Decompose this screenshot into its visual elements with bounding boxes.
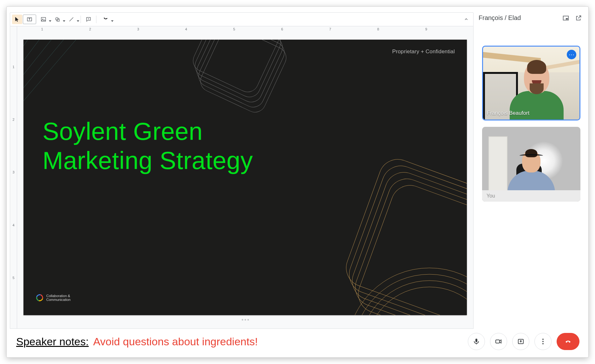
end-call-button[interactable] bbox=[557, 333, 579, 350]
ruler-mark: 5 bbox=[233, 26, 235, 33]
svg-rect-13 bbox=[350, 173, 467, 315]
svg-rect-10 bbox=[341, 154, 467, 315]
ruler-row: 123456789 bbox=[10, 26, 474, 33]
upper-area: 123456789 12345 bbox=[10, 12, 585, 329]
speaker-notes-drag-handle[interactable] bbox=[242, 317, 249, 322]
chevron-down-icon bbox=[77, 20, 79, 22]
mic-button[interactable] bbox=[468, 333, 485, 350]
video-tiles: ⋯ François Beaufort You bbox=[477, 44, 585, 329]
speaker-notes-text: Avoid questions about ingredients! bbox=[93, 335, 258, 348]
ruler-mark: 4 bbox=[185, 26, 187, 33]
vertical-ruler[interactable]: 12345 bbox=[10, 33, 17, 328]
svg-point-17 bbox=[360, 281, 467, 315]
collapse-toolbar-button[interactable] bbox=[461, 15, 471, 24]
pip-icon[interactable] bbox=[562, 15, 569, 22]
popout-icon[interactable] bbox=[575, 15, 582, 22]
ruler-mark: 2 bbox=[89, 26, 91, 33]
ruler-mark: 1 bbox=[10, 65, 17, 69]
toolbar-divider bbox=[96, 16, 96, 23]
select-tool[interactable] bbox=[12, 15, 22, 24]
svg-rect-6 bbox=[192, 40, 284, 101]
editor-column: 123456789 12345 bbox=[10, 12, 474, 329]
ruler-mark: 9 bbox=[425, 26, 427, 33]
svg-point-25 bbox=[542, 343, 544, 344]
participant-tile[interactable]: You bbox=[482, 127, 580, 202]
participant-name: You bbox=[482, 190, 580, 202]
mask-tool[interactable] bbox=[99, 15, 112, 24]
brand-ring-icon bbox=[36, 294, 43, 301]
footer-line1: Collaboration & bbox=[46, 294, 70, 298]
svg-rect-7 bbox=[193, 40, 286, 106]
textbox-tool[interactable] bbox=[23, 15, 36, 24]
app-frame: 123456789 12345 bbox=[6, 6, 589, 358]
ruler-mark: 4 bbox=[10, 223, 17, 227]
svg-rect-14 bbox=[353, 180, 467, 315]
speaker-notes-label: Speaker notes: bbox=[16, 335, 89, 348]
svg-point-24 bbox=[542, 341, 544, 342]
slide-canvas[interactable]: Proprietary + Confidential Soylent Green… bbox=[23, 40, 467, 315]
bottom-bar: Speaker notes: Avoid questions about ing… bbox=[10, 329, 585, 354]
ruler-mark: 6 bbox=[281, 26, 283, 33]
video-feed-placeholder bbox=[483, 47, 579, 120]
ruler-mark: 8 bbox=[377, 26, 379, 33]
participant-name: François Beaufort bbox=[487, 110, 529, 116]
participant-tile[interactable]: ⋯ François Beaufort bbox=[482, 46, 580, 120]
present-button[interactable] bbox=[512, 333, 529, 350]
svg-rect-9 bbox=[197, 40, 290, 116]
camera-button[interactable] bbox=[490, 333, 507, 350]
ruler-mark: 5 bbox=[10, 276, 17, 280]
footer-line2: Communication bbox=[46, 298, 70, 302]
slide-footer-brand: Collaboration & Communication bbox=[36, 294, 70, 302]
slide-title-line1: Soylent Green bbox=[43, 117, 253, 146]
slide-canvas-wrap: Proprietary + Confidential Soylent Green… bbox=[17, 33, 473, 328]
more-options-icon[interactable]: ⋯ bbox=[567, 50, 576, 59]
svg-point-16 bbox=[353, 274, 467, 315]
svg-rect-20 bbox=[566, 18, 568, 20]
side-panel-title: François / Elad bbox=[479, 14, 521, 22]
chevron-down-icon bbox=[111, 20, 114, 22]
horizontal-ruler[interactable]: 123456789 bbox=[17, 26, 473, 33]
meet-side-panel: François / Elad bbox=[477, 12, 585, 329]
svg-point-18 bbox=[366, 287, 467, 315]
svg-point-23 bbox=[542, 339, 544, 340]
svg-rect-12 bbox=[347, 167, 467, 315]
speaker-notes-area[interactable]: Speaker notes: Avoid questions about ing… bbox=[10, 335, 468, 348]
ruler-mark: 3 bbox=[10, 170, 17, 174]
ruler-mark: 7 bbox=[329, 26, 331, 33]
svg-rect-21 bbox=[496, 340, 500, 343]
slide-title[interactable]: Soylent Green Marketing Strategy bbox=[43, 117, 253, 175]
slides-toolbar bbox=[10, 12, 474, 26]
svg-rect-5 bbox=[190, 40, 282, 95]
comment-tool[interactable] bbox=[83, 15, 94, 24]
image-tool[interactable] bbox=[37, 15, 50, 24]
more-button[interactable] bbox=[534, 333, 552, 350]
side-panel-header: François / Elad bbox=[477, 12, 585, 25]
svg-rect-11 bbox=[344, 160, 467, 315]
shape-tool[interactable] bbox=[51, 15, 64, 24]
ruler-mark: 3 bbox=[137, 26, 139, 33]
ruler-mark: 1 bbox=[41, 26, 43, 33]
slide-decoration bbox=[23, 40, 467, 315]
ruler-mark: 2 bbox=[10, 118, 17, 121]
editor-body: 12345 bbox=[10, 33, 474, 329]
meet-controls bbox=[468, 333, 585, 350]
line-tool[interactable] bbox=[65, 15, 78, 24]
slide-title-line2: Marketing Strategy bbox=[43, 146, 253, 175]
confidential-label: Proprietary + Confidential bbox=[392, 49, 455, 55]
ruler-corner bbox=[10, 26, 17, 33]
toolbar-divider bbox=[81, 16, 81, 23]
